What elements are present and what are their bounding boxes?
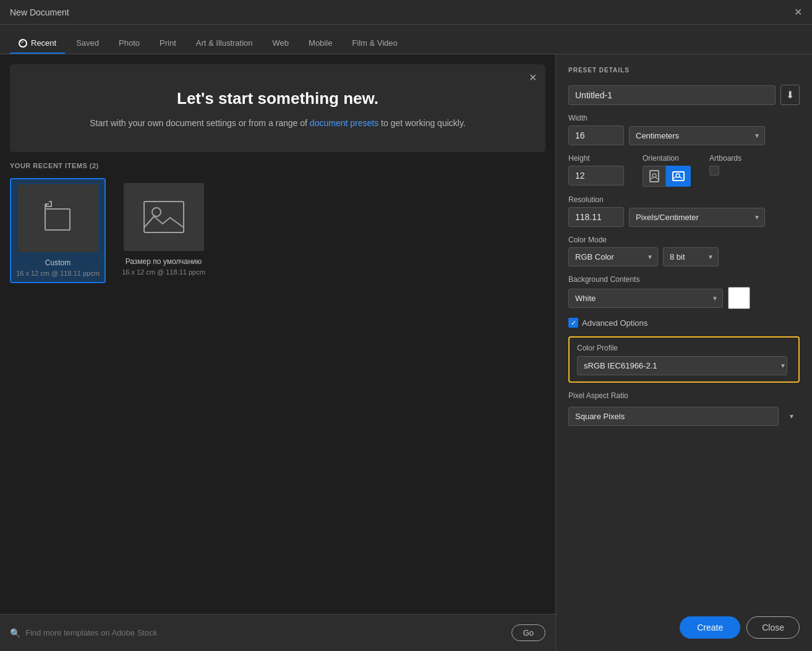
tab-print[interactable]: Print [151, 33, 185, 54]
width-unit-select[interactable]: Centimeters Pixels Inches Millimeters [629, 126, 765, 145]
resolution-input[interactable] [568, 207, 624, 227]
left-panel: ✕ Let's start something new. Start with … [0, 54, 555, 651]
banner-subtitle: Start with your own document settings or… [35, 117, 521, 130]
save-preset-button[interactable]: ⬇ [780, 85, 800, 105]
landscape-button[interactable] [666, 166, 691, 187]
color-mode-label: Color Mode [568, 236, 800, 244]
svg-rect-3 [144, 202, 184, 232]
color-mode-field: Color Mode RGB Color Bitmap Grayscale CM… [568, 236, 800, 266]
height-label: Height [568, 154, 624, 163]
main-layout: ✕ Let's start something new. Start with … [0, 54, 812, 651]
preset-name-row: ⬇ [568, 85, 800, 105]
tab-art[interactable]: Art & Illustration [187, 33, 262, 54]
window-title: New Document [10, 7, 69, 17]
artboards-checkbox[interactable] [709, 166, 719, 176]
banner-presets-link[interactable]: document presets [310, 118, 378, 128]
recent-grid: Custom 16 x 12 cm @ 118.11 ppcm Размер п… [10, 178, 545, 283]
welcome-banner: ✕ Let's start something new. Start with … [10, 64, 545, 152]
height-input[interactable] [568, 166, 624, 185]
banner-close-button[interactable]: ✕ [529, 72, 537, 83]
search-go-button[interactable]: Go [511, 624, 545, 641]
svg-rect-5 [650, 171, 659, 182]
orientation-field: Orientation [643, 154, 691, 187]
tab-bar: Recent Saved Photo Print Art & Illustrat… [0, 25, 812, 54]
resolution-unit-select[interactable]: Pixels/Centimeter Pixels/Inch [629, 208, 765, 227]
search-icon: 🔍 [10, 628, 20, 638]
resolution-field: Resolution Pixels/Centimeter Pixels/Inch… [568, 195, 800, 227]
height-orient-row: Height Orientation [568, 154, 800, 187]
svg-line-11 [673, 176, 677, 179]
bottom-buttons: Create Close [568, 610, 800, 639]
title-bar: New Document ✕ [0, 0, 812, 25]
portrait-button[interactable] [643, 166, 666, 187]
right-panel: PRESET DETAILS ⬇ Width Centimeters Pixel… [555, 54, 812, 651]
orientation-label: Orientation [643, 154, 691, 163]
close-button[interactable]: Close [746, 616, 800, 639]
svg-line-8 [655, 177, 658, 179]
banner-title: Let's start something new. [35, 89, 521, 108]
recent-item-thumb-custom [18, 184, 98, 252]
recent-item-default[interactable]: Размер по умолчанию 16 x 12 cm @ 118.11 … [116, 178, 212, 283]
svg-rect-9 [673, 172, 684, 181]
search-input-wrap: 🔍 [10, 628, 505, 638]
advanced-options-toggle[interactable]: ✓ Advanced Options [568, 318, 800, 328]
recent-section: YOUR RECENT ITEMS (2) Custom 16 x 12 cm … [0, 162, 555, 614]
color-profile-label: Color Profile [577, 344, 791, 352]
color-profile-select[interactable]: sRGB IEC61966-2.1 Adobe RGB (1998) ProPh… [577, 356, 787, 375]
search-bar: 🔍 Go [0, 614, 555, 651]
resolution-label: Resolution [568, 195, 800, 204]
svg-point-4 [152, 208, 161, 216]
tab-web[interactable]: Web [264, 33, 298, 54]
svg-point-10 [676, 174, 680, 177]
tab-photo[interactable]: Photo [110, 33, 148, 54]
bg-contents-field: Background Contents White Black Backgrou… [568, 275, 800, 309]
artboards-field: Artboards [709, 154, 741, 176]
width-input[interactable] [568, 126, 624, 145]
color-depth-select[interactable]: 8 bit 16 bit 32 bit [663, 247, 719, 266]
recent-item-thumb-default [124, 183, 204, 251]
pixel-aspect-chevron-icon: ▼ [788, 413, 795, 420]
bg-contents-label: Background Contents [568, 275, 800, 284]
tab-mobile[interactable]: Mobile [300, 33, 341, 54]
recent-item-info-1: 16 x 12 cm @ 118.11 ppcm [122, 268, 205, 276]
white-color-swatch[interactable] [728, 287, 750, 309]
svg-line-7 [651, 177, 654, 179]
advanced-options-label: Advanced Options [582, 318, 647, 328]
tab-recent[interactable]: Recent [10, 33, 65, 54]
tab-saved[interactable]: Saved [67, 33, 108, 54]
advanced-checkbox[interactable]: ✓ [568, 318, 578, 328]
pixel-aspect-label: Pixel Aspect Ratio [568, 391, 800, 400]
create-button[interactable]: Create [680, 616, 740, 639]
pixel-aspect-section: Pixel Aspect Ratio Square Pixels D1/DV N… [568, 391, 800, 426]
orientation-group [643, 166, 691, 187]
preset-details-label: PRESET DETAILS [568, 67, 800, 74]
recent-header: YOUR RECENT ITEMS (2) [10, 162, 545, 169]
width-field: Width Centimeters Pixels Inches Millimet… [568, 114, 800, 145]
artboards-label: Artboards [709, 154, 741, 163]
window-close-button[interactable]: ✕ [794, 7, 802, 17]
pixel-aspect-select[interactable]: Square Pixels D1/DV NTSC (0.91) D1/DV PA… [568, 407, 779, 426]
svg-line-12 [679, 176, 682, 179]
recent-item-name-0: Custom [45, 258, 71, 267]
preset-name-input[interactable] [568, 85, 776, 105]
recent-item-custom[interactable]: Custom 16 x 12 cm @ 118.11 ppcm [10, 178, 106, 283]
search-input[interactable] [25, 628, 505, 637]
tab-film[interactable]: Film & Video [343, 33, 406, 54]
color-profile-section: Color Profile sRGB IEC61966-2.1 Adobe RG… [568, 336, 800, 383]
svg-rect-0 [45, 209, 70, 230]
recent-item-info-0: 16 x 12 cm @ 118.11 ppcm [16, 270, 100, 277]
recent-item-name-1: Размер по умолчанию [126, 257, 202, 266]
bg-contents-select[interactable]: White Black Background Color Transparent… [568, 289, 723, 308]
color-mode-select[interactable]: RGB Color Bitmap Grayscale CMYK Color La… [568, 247, 658, 266]
recent-clock-icon [19, 39, 27, 48]
width-label: Width [568, 114, 800, 122]
height-field: Height [568, 154, 624, 185]
